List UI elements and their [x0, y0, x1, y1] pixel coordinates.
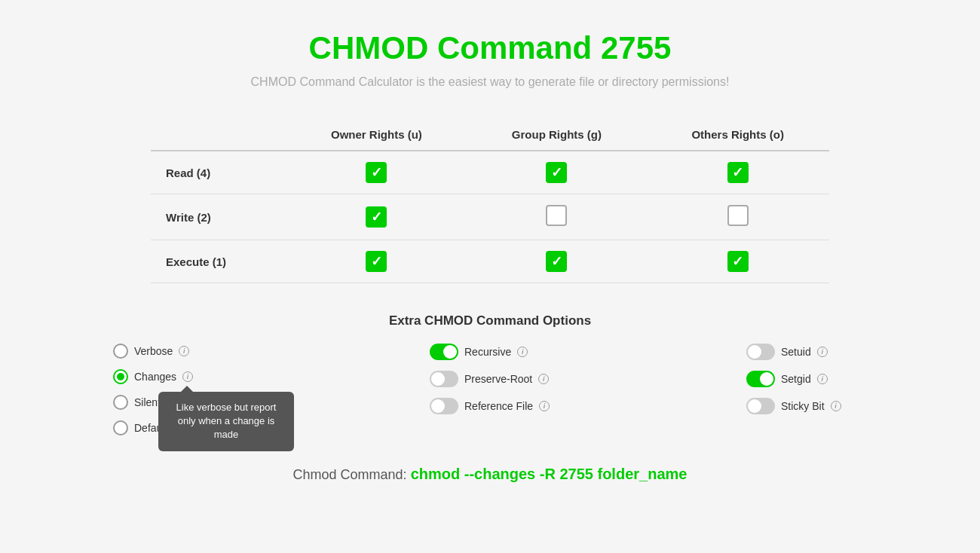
- info-recursive-icon[interactable]: i: [517, 347, 528, 357]
- option-reference-file: Reference File i: [430, 398, 550, 414]
- row-label-write: Write (2): [151, 194, 286, 240]
- radio-silent[interactable]: [113, 395, 128, 410]
- permissions-table: Owner Rights (u) Group Rights (g) Others…: [151, 119, 829, 283]
- cell-write-owner[interactable]: [286, 194, 467, 240]
- toggle-options-col-middle: Recursive i Preserve-Root i Reference Fi…: [430, 344, 550, 414]
- option-setuid: Setuid i: [746, 344, 867, 360]
- toggle-sticky-bit[interactable]: [746, 398, 775, 414]
- command-label: Chmod Command:: [293, 467, 407, 482]
- table-row: Read (4): [151, 151, 829, 194]
- col-header-group: Group Rights (g): [467, 119, 647, 151]
- toggle-reference-file[interactable]: [430, 398, 458, 414]
- table-row: Write (2): [151, 194, 829, 240]
- cell-write-others[interactable]: [646, 194, 829, 240]
- table-row: Execute (1): [151, 240, 829, 283]
- radio-options-col: Verbose i Changes i Like verbose but rep…: [113, 344, 234, 435]
- command-section: Chmod Command: chmod --changes -R 2755 f…: [293, 466, 688, 483]
- checkbox-execute-owner[interactable]: [366, 251, 387, 272]
- cell-execute-owner[interactable]: [286, 240, 467, 283]
- extra-options-title: Extra CHMOD Command Options: [113, 313, 867, 328]
- option-recursive: Recursive i: [430, 344, 550, 360]
- toggle-recursive[interactable]: [430, 344, 458, 360]
- checkbox-read-group[interactable]: [546, 162, 567, 183]
- extra-options-grid: Verbose i Changes i Like verbose but rep…: [113, 344, 867, 435]
- option-changes-label: Changes: [134, 371, 176, 383]
- row-label-execute: Execute (1): [151, 240, 286, 283]
- info-setgid-icon[interactable]: i: [817, 374, 828, 384]
- extra-options-section: Extra CHMOD Command Options Verbose i Ch…: [113, 313, 867, 435]
- subtitle: CHMOD Command Calculator is the easiest …: [251, 75, 730, 89]
- info-verbose-icon[interactable]: i: [179, 346, 189, 356]
- page-title: CHMOD Command 2755: [309, 30, 672, 66]
- option-setuid-label: Setuid: [781, 346, 811, 358]
- option-sticky-bit-label: Sticky Bit: [781, 400, 825, 412]
- radio-verbose[interactable]: [113, 344, 128, 359]
- cell-read-others[interactable]: [646, 151, 829, 194]
- radio-changes[interactable]: [113, 369, 128, 384]
- cell-write-group[interactable]: [467, 194, 647, 240]
- row-label-read: Read (4): [151, 151, 286, 194]
- toggle-preserve-root[interactable]: [430, 371, 458, 387]
- toggle-setuid[interactable]: [746, 344, 775, 360]
- checkbox-read-owner[interactable]: [366, 162, 387, 183]
- col-header-label: [151, 119, 286, 151]
- info-preserve-root-icon[interactable]: i: [538, 374, 549, 384]
- cell-execute-group[interactable]: [467, 240, 647, 283]
- option-preserve-root: Preserve-Root i: [430, 371, 550, 387]
- cell-execute-others[interactable]: [646, 240, 829, 283]
- checkbox-read-others[interactable]: [727, 162, 749, 183]
- option-verbose-label: Verbose: [134, 345, 173, 357]
- command-output: chmod --changes -R 2755 folder_name: [411, 466, 688, 482]
- cell-read-owner[interactable]: [286, 151, 467, 194]
- checkbox-write-group[interactable]: [546, 205, 567, 226]
- info-reference-file-icon[interactable]: i: [539, 401, 550, 411]
- info-setuid-icon[interactable]: i: [817, 347, 828, 357]
- option-verbose: Verbose i: [113, 344, 234, 359]
- col-header-others: Others Rights (o): [646, 119, 829, 151]
- checkbox-write-owner[interactable]: [366, 206, 387, 228]
- option-preserve-root-label: Preserve-Root: [464, 373, 532, 385]
- checkbox-write-others[interactable]: [727, 205, 749, 226]
- option-sticky-bit: Sticky Bit i: [746, 398, 867, 414]
- option-silent-label: Silent: [134, 396, 161, 408]
- info-sticky-bit-icon[interactable]: i: [831, 401, 841, 411]
- col-header-owner: Owner Rights (u): [286, 119, 467, 151]
- option-reference-file-label: Reference File: [464, 400, 533, 412]
- option-setgid: Setgid i: [746, 371, 867, 387]
- radio-default[interactable]: [113, 420, 128, 435]
- option-setgid-label: Setgid: [781, 373, 811, 385]
- info-changes-icon[interactable]: i: [182, 371, 193, 382]
- checkbox-execute-group[interactable]: [546, 251, 567, 272]
- cell-read-group[interactable]: [467, 151, 647, 194]
- checkbox-execute-others[interactable]: [727, 251, 749, 272]
- changes-tooltip: Like verbose but report only when a chan…: [158, 392, 294, 451]
- toggle-options-col-right: Setuid i Setgid i Sticky Bit i: [746, 344, 867, 414]
- option-changes: Changes i Like verbose but report only w…: [113, 369, 234, 384]
- option-recursive-label: Recursive: [464, 346, 511, 358]
- toggle-setgid[interactable]: [746, 371, 775, 387]
